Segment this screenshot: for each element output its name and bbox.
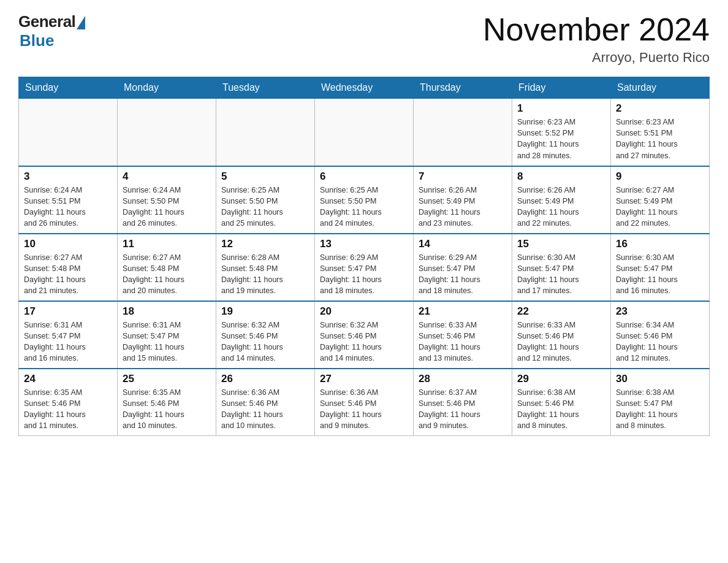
week-row-3: 10Sunrise: 6:27 AMSunset: 5:48 PMDayligh… (19, 234, 710, 301)
day-cell: 23Sunrise: 6:34 AMSunset: 5:46 PMDayligh… (611, 301, 710, 369)
logo-general-text: General (18, 12, 75, 31)
day-number: 12 (221, 238, 309, 250)
day-number: 26 (221, 373, 309, 385)
day-info: Sunrise: 6:25 AMSunset: 5:50 PMDaylight:… (320, 186, 382, 228)
day-number: 20 (320, 305, 408, 318)
day-cell: 29Sunrise: 6:38 AMSunset: 5:46 PMDayligh… (512, 369, 611, 436)
day-cell: 1Sunrise: 6:23 AMSunset: 5:52 PMDaylight… (512, 99, 611, 166)
day-number: 13 (320, 238, 408, 250)
day-cell: 14Sunrise: 6:29 AMSunset: 5:47 PMDayligh… (414, 234, 512, 301)
day-cell: 10Sunrise: 6:27 AMSunset: 5:48 PMDayligh… (19, 234, 118, 301)
day-number: 4 (123, 170, 211, 183)
day-number: 18 (123, 305, 211, 318)
day-info: Sunrise: 6:27 AMSunset: 5:48 PMDaylight:… (24, 253, 86, 295)
day-cell: 9Sunrise: 6:27 AMSunset: 5:49 PMDaylight… (611, 166, 710, 234)
day-number: 5 (221, 170, 309, 183)
day-info: Sunrise: 6:34 AMSunset: 5:46 PMDaylight:… (616, 321, 678, 362)
day-cell (414, 99, 512, 166)
day-info: Sunrise: 6:26 AMSunset: 5:49 PMDaylight:… (419, 186, 480, 228)
day-number: 24 (24, 373, 112, 385)
day-info: Sunrise: 6:31 AMSunset: 5:47 PMDaylight:… (24, 321, 86, 362)
header-sunday: Sunday (19, 77, 118, 99)
day-cell: 7Sunrise: 6:26 AMSunset: 5:49 PMDaylight… (414, 166, 512, 234)
day-info: Sunrise: 6:29 AMSunset: 5:47 PMDaylight:… (320, 253, 382, 295)
day-cell: 20Sunrise: 6:32 AMSunset: 5:46 PMDayligh… (315, 301, 414, 369)
day-number: 21 (419, 305, 507, 318)
header-saturday: Saturday (611, 77, 710, 99)
day-cell: 25Sunrise: 6:35 AMSunset: 5:46 PMDayligh… (118, 369, 216, 436)
header-friday: Friday (512, 77, 611, 99)
day-cell: 13Sunrise: 6:29 AMSunset: 5:47 PMDayligh… (315, 234, 414, 301)
day-cell: 18Sunrise: 6:31 AMSunset: 5:47 PMDayligh… (118, 301, 216, 369)
logo: General Blue (18, 12, 85, 50)
day-number: 9 (616, 170, 704, 183)
calendar-table: SundayMondayTuesdayWednesdayThursdayFrid… (18, 77, 710, 436)
day-info: Sunrise: 6:36 AMSunset: 5:46 PMDaylight:… (320, 388, 382, 430)
day-cell: 24Sunrise: 6:35 AMSunset: 5:46 PMDayligh… (19, 369, 118, 436)
day-cell: 27Sunrise: 6:36 AMSunset: 5:46 PMDayligh… (315, 369, 414, 436)
week-row-1: 1Sunrise: 6:23 AMSunset: 5:52 PMDaylight… (19, 99, 710, 166)
day-info: Sunrise: 6:35 AMSunset: 5:46 PMDaylight:… (24, 388, 86, 430)
day-cell: 26Sunrise: 6:36 AMSunset: 5:46 PMDayligh… (216, 369, 315, 436)
day-cell: 15Sunrise: 6:30 AMSunset: 5:47 PMDayligh… (512, 234, 611, 301)
calendar-title: November 2024 (483, 12, 710, 47)
day-cell: 5Sunrise: 6:25 AMSunset: 5:50 PMDaylight… (216, 166, 315, 234)
day-number: 29 (517, 373, 605, 385)
day-info: Sunrise: 6:29 AMSunset: 5:47 PMDaylight:… (419, 253, 480, 295)
day-number: 7 (419, 170, 507, 183)
day-info: Sunrise: 6:38 AMSunset: 5:47 PMDaylight:… (616, 388, 678, 430)
day-number: 25 (123, 373, 211, 385)
header-thursday: Thursday (414, 77, 512, 99)
day-cell: 11Sunrise: 6:27 AMSunset: 5:48 PMDayligh… (118, 234, 216, 301)
day-cell: 17Sunrise: 6:31 AMSunset: 5:47 PMDayligh… (19, 301, 118, 369)
day-number: 15 (517, 238, 605, 250)
day-number: 3 (24, 170, 112, 183)
header-wednesday: Wednesday (315, 77, 414, 99)
day-number: 28 (419, 373, 507, 385)
day-info: Sunrise: 6:25 AMSunset: 5:50 PMDaylight:… (221, 186, 283, 228)
day-info: Sunrise: 6:23 AMSunset: 5:52 PMDaylight:… (517, 118, 579, 159)
day-number: 11 (123, 238, 211, 250)
week-row-2: 3Sunrise: 6:24 AMSunset: 5:51 PMDaylight… (19, 166, 710, 234)
logo-blue-text: Blue (20, 31, 54, 50)
day-cell (315, 99, 414, 166)
day-info: Sunrise: 6:27 AMSunset: 5:48 PMDaylight:… (123, 253, 184, 295)
day-cell: 4Sunrise: 6:24 AMSunset: 5:50 PMDaylight… (118, 166, 216, 234)
days-header-row: SundayMondayTuesdayWednesdayThursdayFrid… (19, 77, 710, 99)
day-info: Sunrise: 6:30 AMSunset: 5:47 PMDaylight:… (616, 253, 678, 295)
day-cell: 16Sunrise: 6:30 AMSunset: 5:47 PMDayligh… (611, 234, 710, 301)
day-cell (118, 99, 216, 166)
day-number: 23 (616, 305, 704, 318)
day-cell: 3Sunrise: 6:24 AMSunset: 5:51 PMDaylight… (19, 166, 118, 234)
header-monday: Monday (118, 77, 216, 99)
day-cell: 6Sunrise: 6:25 AMSunset: 5:50 PMDaylight… (315, 166, 414, 234)
day-number: 22 (517, 305, 605, 318)
day-info: Sunrise: 6:35 AMSunset: 5:46 PMDaylight:… (123, 388, 184, 430)
day-cell: 2Sunrise: 6:23 AMSunset: 5:51 PMDaylight… (611, 99, 710, 166)
day-number: 27 (320, 373, 408, 385)
day-cell: 28Sunrise: 6:37 AMSunset: 5:46 PMDayligh… (414, 369, 512, 436)
day-number: 17 (24, 305, 112, 318)
day-number: 19 (221, 305, 309, 318)
day-cell: 12Sunrise: 6:28 AMSunset: 5:48 PMDayligh… (216, 234, 315, 301)
day-cell: 21Sunrise: 6:33 AMSunset: 5:46 PMDayligh… (414, 301, 512, 369)
day-info: Sunrise: 6:24 AMSunset: 5:51 PMDaylight:… (24, 186, 86, 228)
day-info: Sunrise: 6:24 AMSunset: 5:50 PMDaylight:… (123, 186, 184, 228)
day-cell: 8Sunrise: 6:26 AMSunset: 5:49 PMDaylight… (512, 166, 611, 234)
day-info: Sunrise: 6:33 AMSunset: 5:46 PMDaylight:… (517, 321, 579, 362)
calendar-subtitle: Arroyo, Puerto Rico (483, 50, 710, 66)
day-info: Sunrise: 6:36 AMSunset: 5:46 PMDaylight:… (221, 388, 283, 430)
logo-triangle-icon (77, 16, 85, 29)
day-info: Sunrise: 6:30 AMSunset: 5:47 PMDaylight:… (517, 253, 579, 295)
day-info: Sunrise: 6:28 AMSunset: 5:48 PMDaylight:… (221, 253, 283, 295)
day-number: 6 (320, 170, 408, 183)
day-info: Sunrise: 6:27 AMSunset: 5:49 PMDaylight:… (616, 186, 678, 228)
day-number: 2 (616, 102, 704, 115)
day-cell (19, 99, 118, 166)
day-number: 16 (616, 238, 704, 250)
page-header: General Blue November 2024 Arroyo, Puert… (18, 12, 710, 66)
day-number: 8 (517, 170, 605, 183)
day-number: 1 (517, 102, 605, 115)
day-info: Sunrise: 6:23 AMSunset: 5:51 PMDaylight:… (616, 118, 678, 159)
day-number: 30 (616, 373, 704, 385)
